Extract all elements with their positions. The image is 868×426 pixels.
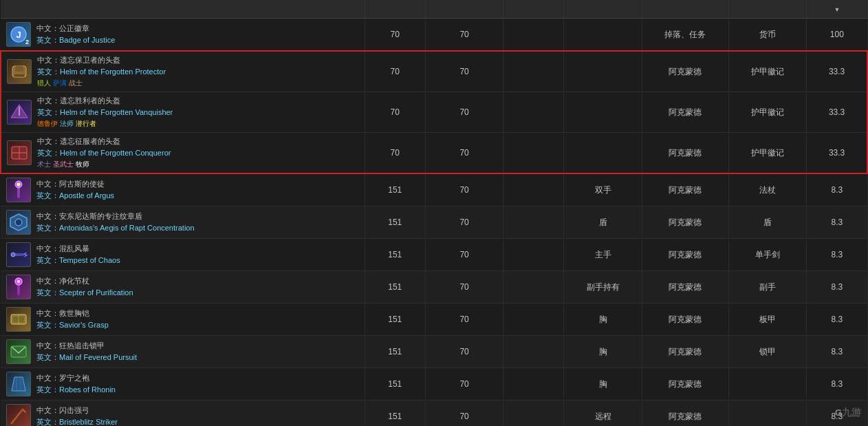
item-type-cell: 法杖 xyxy=(728,173,806,206)
item-slot-cell xyxy=(564,51,642,92)
item-req-level-cell: 70 xyxy=(425,51,503,92)
item-icon: J2 xyxy=(6,22,31,47)
item-cn-name: 中文：闪击强弓 xyxy=(36,405,118,416)
col-header-percent[interactable]: ▼ xyxy=(807,0,867,19)
item-slot-cell: 胸 xyxy=(564,303,642,336)
item-type-cell xyxy=(728,401,806,427)
item-slot-cell: 胸 xyxy=(564,368,642,401)
table-row[interactable]: 中文：遗忘保卫者的头盔英文：Helm of the Forgotten Prot… xyxy=(1,51,867,92)
item-name-cell: 中文：救世胸铠英文：Savior's Grasp xyxy=(1,303,365,336)
table-row[interactable]: 中文：安东尼达斯的专注纹章盾英文：Antonidas's Aegis of Ra… xyxy=(1,206,867,239)
item-en-name: 英文：Badge of Justice xyxy=(36,35,115,45)
svg-point-11 xyxy=(15,219,22,226)
item-type-cell: 副手 xyxy=(728,271,806,303)
item-classes: 德鲁伊 法师 潜行者 xyxy=(37,119,173,129)
item-percent-cell: 8.3 xyxy=(807,173,867,206)
item-en-name: 英文：Apostle of Argus xyxy=(36,191,114,201)
col-header-source xyxy=(642,0,728,19)
item-type-cell: 单手剑 xyxy=(728,239,806,271)
item-percent-cell: 100 xyxy=(807,19,867,52)
item-req-level-cell: 70 xyxy=(425,19,503,52)
item-classes: 猎人 萨满 战士 xyxy=(37,78,166,88)
item-level-cell: 151 xyxy=(365,206,425,239)
item-slot-cell: 主手 xyxy=(564,239,642,271)
item-percent-cell: 33.3 xyxy=(807,51,867,92)
item-icon xyxy=(6,275,31,299)
table-row[interactable]: 中文：罗宁之袍英文：Robes of Rhonin15170胸阿克蒙德8.3 xyxy=(1,368,867,401)
table-row[interactable]: 中文：阿古斯的使徒英文：Apostle of Argus15170双手阿克蒙德法… xyxy=(1,173,867,206)
item-level-cell: 151 xyxy=(365,368,425,401)
item-name-cell: 中文：安东尼达斯的专注纹章盾英文：Antonidas's Aegis of Ra… xyxy=(1,206,365,239)
item-percent-cell: 33.3 xyxy=(807,133,867,174)
item-req-level-cell: 70 xyxy=(425,173,503,206)
table-row[interactable]: 中文：遗忘征服者的头盔英文：Helm of the Forgotten Conq… xyxy=(1,133,867,174)
table-row[interactable]: 中文：净化节杖英文：Scepter of Purification15170副手… xyxy=(1,271,867,303)
table-row[interactable]: 中文：混乱风暴英文：Tempest of Chaos15170主手阿克蒙德单手剑… xyxy=(1,239,867,271)
item-icon xyxy=(6,178,31,202)
watermark-logo: G九游 xyxy=(835,407,861,419)
table-row[interactable]: 中文：遗忘胜利者的头盔英文：Helm of the Forgotten Vanq… xyxy=(1,92,867,133)
item-type-cell: 护甲徽记 xyxy=(728,133,806,174)
item-req-level-cell: 70 xyxy=(425,92,503,133)
item-en-name: 英文：Scepter of Purification xyxy=(36,288,133,298)
item-cn-name: 中文：遗忘保卫者的头盔 xyxy=(37,55,166,65)
table-row[interactable]: 中文：狂热追击锁甲英文：Mail of Fevered Pursuit15170… xyxy=(1,336,867,368)
item-level-cell: 70 xyxy=(365,92,425,133)
item-source-cell: 阿克蒙德 xyxy=(642,173,728,206)
item-faction-cell xyxy=(503,271,564,303)
item-faction-cell xyxy=(503,401,564,427)
item-icon xyxy=(6,307,31,332)
item-slot-cell: 胸 xyxy=(564,336,642,368)
item-icon xyxy=(6,339,31,364)
main-table-container: ▼ J2中文：公正徽章英文：Badge of Justice7070掉落、任务货… xyxy=(0,0,868,426)
table-row[interactable]: 中文：闪击强弓英文：Bristleblitz Striker15170远程阿克蒙… xyxy=(1,401,867,427)
item-faction-cell xyxy=(503,206,564,239)
col-header-level xyxy=(365,0,425,19)
item-level-cell: 151 xyxy=(365,239,425,271)
item-icon xyxy=(6,210,31,235)
item-en-name: 英文：Helm of the Forgotten Protector xyxy=(37,67,166,77)
item-req-level-cell: 70 xyxy=(425,336,503,368)
item-level-cell: 151 xyxy=(365,173,425,206)
item-type-cell: 锁甲 xyxy=(728,336,806,368)
item-name-cell: 中文：阿古斯的使徒英文：Apostle of Argus xyxy=(1,173,365,206)
item-en-name: 英文：Helm of the Forgotten Conqueror xyxy=(37,148,171,158)
item-source-cell: 阿克蒙德 xyxy=(642,271,728,303)
item-faction-cell xyxy=(503,133,564,174)
item-source-cell: 阿克蒙德 xyxy=(642,239,728,271)
item-cn-name: 中文：遗忘征服者的头盔 xyxy=(37,136,171,147)
item-type-cell: 板甲 xyxy=(728,303,806,336)
item-icon xyxy=(6,404,31,426)
item-req-level-cell: 70 xyxy=(425,206,503,239)
table-row[interactable]: 中文：救世胸铠英文：Savior's Grasp15170胸阿克蒙德板甲8.3 xyxy=(1,303,867,336)
item-req-level-cell: 70 xyxy=(425,401,503,427)
item-type-cell: 护甲徽记 xyxy=(728,92,806,133)
item-slot-cell xyxy=(564,19,642,52)
item-icon xyxy=(7,59,32,84)
item-req-level-cell: 70 xyxy=(425,239,503,271)
item-source-cell: 阿克蒙德 xyxy=(642,303,728,336)
items-table: ▼ J2中文：公正徽章英文：Badge of Justice7070掉落、任务货… xyxy=(0,0,868,426)
item-name-cell: 中文：遗忘保卫者的头盔英文：Helm of the Forgotten Prot… xyxy=(1,51,365,92)
item-slot-cell xyxy=(564,133,642,174)
item-en-name: 英文：Bristleblitz Striker xyxy=(36,417,118,426)
item-req-level-cell: 70 xyxy=(425,368,503,401)
item-cn-name: 中文：公正徽章 xyxy=(36,23,115,34)
item-icon xyxy=(7,100,32,125)
item-cn-name: 中文：罗宁之袍 xyxy=(36,373,116,383)
table-row[interactable]: J2中文：公正徽章英文：Badge of Justice7070掉落、任务货币1… xyxy=(1,19,867,52)
col-header-name xyxy=(1,0,365,19)
item-en-name: 英文：Helm of the Forgotten Vanquisher xyxy=(37,107,173,118)
item-source-cell: 阿克蒙德 xyxy=(642,401,728,427)
item-level-cell: 151 xyxy=(365,336,425,368)
item-faction-cell xyxy=(503,19,564,52)
item-name-cell: J2中文：公正徽章英文：Badge of Justice xyxy=(1,19,365,52)
item-faction-cell xyxy=(503,173,564,206)
item-slot-cell: 盾 xyxy=(564,206,642,239)
item-percent-cell: 8.3 xyxy=(807,368,867,401)
item-percent-cell: 8.3 xyxy=(807,271,867,303)
item-cn-name: 中文：阿古斯的使徒 xyxy=(36,179,114,189)
item-req-level-cell: 70 xyxy=(425,271,503,303)
col-header-req-level xyxy=(425,0,503,19)
item-en-name: 英文：Mail of Fevered Pursuit xyxy=(36,352,137,363)
